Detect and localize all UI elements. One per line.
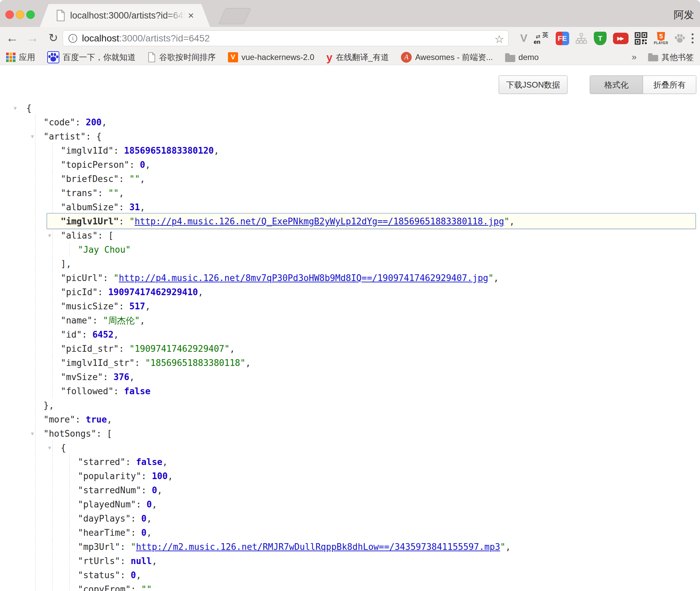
sitemap-icon[interactable] — [575, 32, 587, 44]
url-text[interactable]: localhost:3000/artists?id=6452 — [82, 33, 210, 44]
json-value: "19097417462929407" — [129, 344, 230, 354]
tampermonkey-icon[interactable]: T — [594, 32, 607, 45]
json-code: "musicSize": 517, — [0, 299, 700, 313]
json-key: "artist" — [43, 131, 86, 142]
browser-menu-icon[interactable] — [692, 32, 694, 44]
json-line: "mp3Url": "http://m2.music.126.net/RMJR7… — [0, 540, 700, 554]
json-line: ▼"alias": [ — [0, 228, 700, 243]
json-line: "name": "周杰伦", — [0, 313, 700, 328]
json-link[interactable]: http://p4.music.126.net/Q_ExePNkmgB2yWyL… — [135, 216, 504, 226]
json-code: "hearTime": 0, — [0, 526, 700, 540]
json-line: "starred": false, — [0, 455, 700, 469]
window-titlebar: localhost:3000/artists?id=645 × 阿发 — [0, 0, 700, 27]
json-code: "picId_str": "19097417462929407", — [0, 342, 700, 356]
window-close-button[interactable] — [5, 10, 14, 19]
bookmark-item[interactable]: Vvue-hackernews-2.0 — [228, 52, 314, 62]
json-code: "topicPerson": 0, — [0, 158, 700, 172]
json-key: "starredNum" — [78, 485, 141, 495]
json-key: "more" — [43, 414, 75, 425]
json-code: "hotSongs": [ — [0, 427, 700, 441]
json-code: "name": "周杰伦", — [0, 313, 700, 328]
json-code: "mp3Url": "http://m2.music.126.net/RMJR7… — [0, 540, 700, 554]
bookmark-label: 百度一下，你就知道 — [63, 52, 136, 63]
json-line: "code": 200, — [0, 115, 700, 129]
json-line: "imglv1Id_str": "18569651883380118", — [0, 356, 700, 370]
json-bracket: }, — [43, 400, 54, 410]
json-value: null — [131, 556, 152, 566]
json-line: "starredNum": 0, — [0, 483, 700, 497]
json-value: 100 — [152, 471, 168, 481]
json-code: "dayPlays": 0, — [0, 511, 700, 526]
bookmarks-bar: 应用百度一下，你就知道谷歌按时间排序Vvue-hackernews-2.0y在线… — [0, 50, 700, 65]
json-line: "Jay Chou" — [0, 243, 700, 257]
bookmark-star-icon[interactable]: ☆ — [494, 33, 504, 45]
json-line: "trans": "", — [0, 186, 700, 200]
page-info-icon[interactable]: i — [68, 34, 77, 43]
json-line: ▼"hotSongs": [ — [0, 427, 700, 441]
video-speed-icon[interactable]: ▶▶ — [613, 33, 629, 44]
bookmark-item[interactable]: 应用 — [6, 52, 35, 63]
page-doc-icon — [56, 10, 65, 21]
fe-toolbox-icon[interactable]: FE — [556, 32, 569, 45]
tab-title: localhost:3000/artists?id=645 — [70, 9, 189, 22]
bookmark-item[interactable]: 谷歌按时间排序 — [148, 52, 216, 63]
download-json-button[interactable]: 下载JSON数据 — [499, 75, 567, 94]
browser-tab[interactable]: localhost:3000/artists?id=645 × — [40, 4, 210, 27]
json-key: "status" — [78, 570, 120, 580]
translator-icon[interactable]: ⇄英en — [534, 31, 549, 46]
tab-close-icon[interactable]: × — [188, 10, 194, 21]
json-code: "imglv1Url": "http://p4.music.126.net/Q_… — [0, 214, 700, 228]
json-code: "alias": [ — [0, 228, 700, 243]
vue-devtools-icon[interactable]: V — [520, 32, 527, 44]
back-icon[interactable]: ← — [4, 30, 20, 46]
json-value: 0 — [152, 485, 157, 495]
bookmark-item[interactable]: y在线翻译_有道 — [326, 52, 389, 63]
other-bookmarks-folder[interactable]: 其他书签 — [648, 52, 694, 63]
json-line: "briefDesc": "", — [0, 172, 700, 186]
address-bar[interactable]: i localhost:3000/artists?id=6452 ☆ — [63, 30, 508, 46]
json-code: ], — [0, 257, 700, 271]
json-value: 0 — [147, 499, 152, 509]
html5-player-icon[interactable]: 5PLAYER — [654, 32, 668, 45]
json-value: 18569651883380120 — [124, 146, 214, 156]
json-bracket: { — [96, 131, 102, 142]
json-link[interactable]: http://m2.music.126.net/RMJR7wDullRqppBk… — [136, 542, 500, 552]
paw-extension-icon[interactable] — [674, 33, 685, 43]
json-code: "copyFrom": "", — [0, 582, 700, 591]
json-bracket: { — [61, 443, 66, 453]
youdao-icon: y — [326, 52, 332, 62]
window-minimize-button[interactable] — [16, 10, 24, 19]
json-key: "musicSize" — [61, 301, 119, 311]
json-line: ▼{ — [0, 441, 700, 455]
bookmarks-overflow-icon[interactable]: » — [632, 52, 637, 62]
bookmark-item[interactable]: demo — [505, 53, 539, 62]
bookmark-label: 谷歌按时间排序 — [159, 52, 216, 63]
window-zoom-button[interactable] — [26, 10, 35, 19]
format-button[interactable]: 格式化 — [590, 76, 643, 94]
json-code: "trans": "", — [0, 186, 700, 200]
json-key: "briefDesc" — [61, 174, 119, 184]
json-key: "hearTime" — [78, 528, 131, 538]
json-value: "" — [141, 584, 152, 591]
bookmark-item[interactable]: AAwesomes - 前端资... — [401, 52, 493, 63]
json-key: "imglv1Id_str" — [61, 358, 135, 368]
json-link[interactable]: http://p4.music.126.net/8mv7qP30Pd3oHW8b… — [119, 273, 488, 283]
json-key: "picId_str" — [61, 344, 119, 354]
bookmark-label: 在线翻译_有道 — [336, 52, 389, 63]
collapse-all-button[interactable]: 折叠所有 — [643, 76, 696, 94]
json-key: "dayPlays" — [78, 514, 131, 524]
apps-grid-icon — [6, 53, 16, 62]
json-key: "picId" — [61, 287, 98, 297]
json-code: "imglv1Id_str": "18569651883380118", — [0, 356, 700, 370]
json-line: "picId_str": "19097417462929407", — [0, 342, 700, 356]
json-value: "18569651883380118" — [145, 358, 245, 368]
json-line: "imglv1Url": "http://p4.music.126.net/Q_… — [0, 214, 700, 228]
bookmark-item[interactable]: 百度一下，你就知道 — [47, 51, 136, 63]
qr-code-icon[interactable] — [635, 32, 647, 45]
new-tab-button[interactable] — [218, 8, 251, 24]
json-code: "followed": false — [0, 384, 700, 398]
json-line: "status": 0, — [0, 568, 700, 582]
reload-icon[interactable]: ↻ — [45, 30, 61, 46]
bookmarks-right: » 其他书签 — [632, 52, 694, 63]
json-value: 376 — [114, 372, 129, 382]
